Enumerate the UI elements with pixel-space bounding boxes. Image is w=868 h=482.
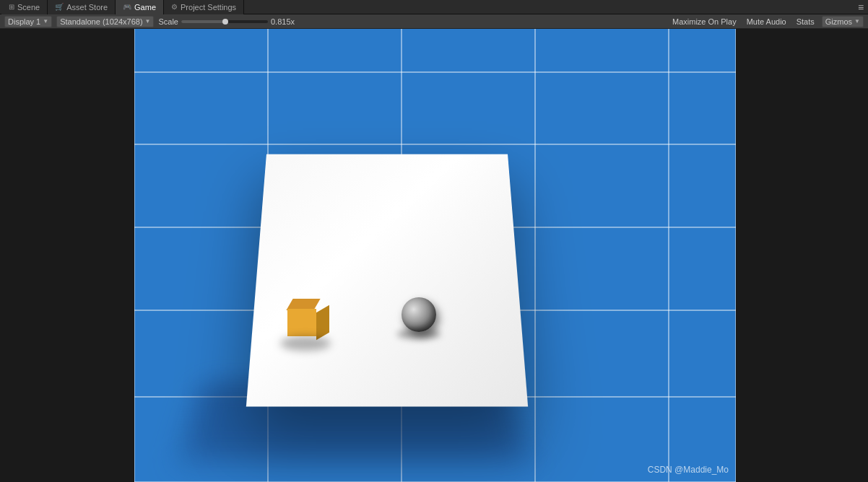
white-platform [246, 154, 528, 407]
maximize-on-play-button[interactable]: Maximize On Play [669, 17, 739, 27]
stats-button[interactable]: Stats [794, 17, 817, 27]
sphere-mesh [402, 297, 436, 332]
cube-shadow [280, 336, 331, 351]
game-viewport: CSDN @Maddie_Mo [0, 29, 868, 482]
tab-asset-store[interactable]: 🛒 Asset Store [48, 0, 116, 14]
sphere-object [402, 297, 436, 332]
scale-slider-fill [181, 20, 226, 23]
asset-store-icon: 🛒 [55, 3, 64, 11]
settings-icon: ⚙ [171, 3, 178, 11]
scene-icon: ⊞ [9, 3, 14, 11]
scale-slider-thumb [222, 19, 228, 25]
side-panel-left [0, 29, 134, 482]
tab-menu-button[interactable]: ≡ [854, 0, 868, 14]
side-panel-right [736, 29, 868, 482]
resolution-arrow-icon: ▼ [145, 18, 151, 25]
mute-audio-button[interactable]: Mute Audio [744, 17, 789, 27]
watermark: CSDN @Maddie_Mo [648, 465, 729, 475]
game-icon: 🎮 [123, 3, 131, 11]
scale-group: Scale 0.815x [158, 17, 295, 26]
display-dropdown[interactable]: Display 1 ▼ [4, 16, 52, 27]
gizmos-label: Gizmos [825, 17, 852, 26]
tab-project-settings-label: Project Settings [181, 3, 236, 12]
tab-scene[interactable]: ⊞ Scene [1, 0, 48, 14]
display-group: Display 1 ▼ [4, 16, 52, 27]
tab-project-settings[interactable]: ⚙ Project Settings [164, 0, 244, 14]
gizmos-dropdown[interactable]: Gizmos ▼ [822, 16, 864, 27]
scale-value: 0.815x [271, 17, 295, 26]
tab-scene-label: Scene [17, 3, 40, 12]
display-arrow-icon: ▼ [43, 18, 48, 25]
toolbar-right: Maximize On Play Mute Audio Stats Gizmos… [669, 16, 864, 27]
tab-bar: ⊞ Scene 🛒 Asset Store 🎮 Game ⚙ Project S… [0, 0, 868, 14]
resolution-label: Standalone (1024x768) [60, 17, 142, 26]
scale-slider[interactable] [181, 20, 268, 23]
scale-label: Scale [158, 17, 178, 26]
resolution-group: Standalone (1024x768) ▼ [56, 16, 154, 27]
tab-asset-store-label: Asset Store [66, 3, 108, 12]
display-label: Display 1 [8, 17, 40, 26]
tab-game[interactable]: 🎮 Game [116, 0, 164, 14]
game-toolbar: Display 1 ▼ Standalone (1024x768) ▼ Scal… [0, 14, 868, 29]
tab-game-label: Game [134, 3, 156, 12]
sphere-shadow [397, 329, 440, 339]
scene-canvas: CSDN @Maddie_Mo [134, 29, 736, 482]
cube-front-face [287, 309, 316, 336]
gizmos-arrow-icon: ▼ [854, 18, 860, 25]
resolution-dropdown[interactable]: Standalone (1024x768) ▼ [56, 16, 154, 27]
